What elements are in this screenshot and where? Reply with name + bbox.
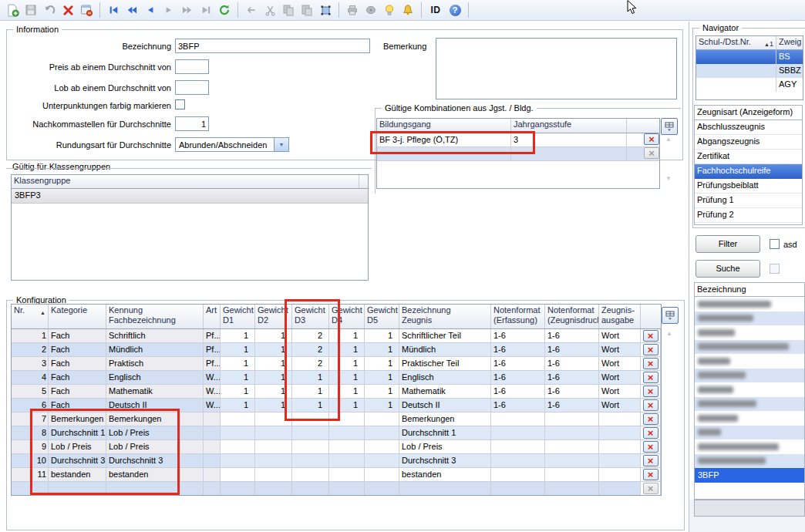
zeugnisart-item[interactable]: KMK FS-Zertifikat 1: [695, 223, 802, 225]
gewicht-d4-cell[interactable]: 1: [329, 329, 365, 343]
gewicht-d5-cell[interactable]: 1: [365, 385, 399, 399]
delete-row-button-disabled[interactable]: [643, 483, 658, 494]
nr-cell[interactable]: 6: [12, 399, 49, 412]
paste-icon[interactable]: [298, 2, 316, 19]
gewicht-d2-cell[interactable]: [255, 426, 292, 440]
bezeichnung-zeugnis-cell[interactable]: bestanden: [399, 468, 491, 482]
notenformat-erfassung-cell[interactable]: 1-6: [491, 329, 545, 343]
back-arrow-icon[interactable]: [242, 2, 261, 19]
gewicht-d5-cell[interactable]: 1: [365, 329, 399, 343]
kennung-cell[interactable]: Lob / Preis: [106, 440, 204, 454]
bezeichnung-item-redacted[interactable]: [695, 397, 804, 412]
kennung-cell[interactable]: bestanden: [106, 468, 204, 482]
print-icon[interactable]: [343, 2, 362, 19]
lob-input[interactable]: [175, 80, 209, 95]
column-header-kategorie[interactable]: Kategorie: [49, 305, 106, 328]
art-cell[interactable]: Pf...: [204, 343, 221, 357]
rundungsart-combobox[interactable]: Abrunden/Abschneiden ▼: [175, 137, 289, 152]
konfiguration-row[interactable]: 3 Fach Praktisch Pf... 1 1 2 1 1 Praktis…: [12, 357, 661, 371]
bezeichnung-zeugnis-cell[interactable]: Mündlich: [399, 343, 491, 357]
art-cell[interactable]: W...: [204, 371, 221, 385]
bezeichnung-zeugnis-cell[interactable]: Durchschnitt 3: [399, 454, 491, 468]
zeugnisausgabe-cell[interactable]: Wort: [599, 399, 641, 412]
column-header-kennung[interactable]: KennungFachbezeichnung: [106, 305, 204, 328]
kennung-cell[interactable]: Lob / Preis: [106, 426, 204, 440]
jahrgangsstufe-cell[interactable]: 3: [511, 133, 627, 147]
delete-row-button[interactable]: [643, 399, 658, 411]
column-header-jahrgangsstufe[interactable]: Jahrgangsstufe: [511, 119, 627, 133]
kategorie-cell[interactable]: Fach: [49, 385, 106, 399]
notenformat-zeugnisdruck-cell[interactable]: 1-6: [545, 371, 599, 385]
form-remove-icon[interactable]: [77, 2, 96, 19]
gewicht-d3-cell[interactable]: [292, 426, 329, 440]
bezeichnung-list-header[interactable]: Bezeichnung: [695, 283, 804, 297]
delete-row-button[interactable]: [643, 344, 658, 355]
kennung-cell[interactable]: Deutsch II: [106, 399, 204, 412]
gewicht-d2-cell[interactable]: [255, 412, 292, 426]
nr-cell[interactable]: 8: [12, 426, 49, 440]
preis-input[interactable]: [175, 59, 209, 74]
notification-bell-icon[interactable]: [399, 2, 417, 19]
gewicht-d3-cell[interactable]: 2: [292, 343, 329, 357]
scroll-up-icon[interactable]: ▲: [662, 136, 675, 143]
gewicht-d4-cell[interactable]: 1: [329, 343, 365, 357]
kategorie-cell[interactable]: Lob / Preis: [49, 440, 106, 454]
gewicht-d2-cell[interactable]: [255, 454, 292, 468]
hint-bulb-icon[interactable]: [380, 2, 399, 19]
kategorie-cell[interactable]: Durchschnitt 3: [49, 454, 106, 468]
konfiguration-row[interactable]: 9 Lob / Preis Lob / Preis Lob / Preis: [12, 440, 661, 454]
bezeichnung-item-redacted[interactable]: [695, 411, 804, 426]
art-cell[interactable]: [204, 440, 221, 454]
column-header-schulnr[interactable]: Schul-/Dst.Nr.▲1: [696, 36, 776, 49]
column-header-zeugnisausgabe[interactable]: Zeugnis-ausgabe: [599, 305, 641, 328]
bezeichnung-item-selected[interactable]: 3BFP: [695, 468, 804, 483]
next-record-icon[interactable]: [160, 2, 178, 19]
konfiguration-row[interactable]: 8 Durchschnitt 1 Lob / Preis Durchschnit…: [12, 426, 661, 440]
kennung-cell[interactable]: Bemerkungen: [106, 412, 204, 426]
notenformat-erfassung-cell[interactable]: [491, 426, 545, 440]
delete-row-button[interactable]: [643, 358, 658, 369]
delete-kombination-button-disabled[interactable]: [644, 147, 659, 159]
delete-row-button[interactable]: [643, 330, 658, 342]
gewicht-d4-cell[interactable]: [329, 440, 365, 454]
gewicht-d1-cell[interactable]: [221, 426, 255, 440]
zeugnisart-item[interactable]: Fachhochschulreife: [695, 164, 802, 179]
gewicht-d5-cell[interactable]: [365, 440, 399, 454]
previous-record-icon[interactable]: [141, 2, 160, 19]
next-page-icon[interactable]: [178, 2, 197, 19]
notenformat-zeugnisdruck-cell[interactable]: 1-6: [545, 329, 599, 343]
nr-cell[interactable]: 2: [12, 343, 49, 357]
column-chooser-button[interactable]: [662, 307, 679, 324]
zeugnisausgabe-cell[interactable]: [599, 412, 641, 426]
gewicht-d4-cell[interactable]: 1: [329, 385, 365, 399]
column-header-gewicht-d5[interactable]: GewichtD5: [365, 305, 399, 328]
bezeichnung-item-redacted[interactable]: [695, 354, 804, 369]
zeugnisausgabe-cell[interactable]: Wort: [599, 343, 641, 357]
gewicht-d2-cell[interactable]: [255, 440, 292, 454]
bezeichnung-input[interactable]: [175, 39, 370, 53]
notenformat-zeugnisdruck-cell[interactable]: [545, 454, 599, 468]
zeugnisausgabe-cell[interactable]: [599, 454, 641, 468]
gewicht-d4-cell[interactable]: [329, 412, 365, 426]
column-header-notenformat-zeugnisdruck[interactable]: Notenformat(Zeugnisdruck): [545, 305, 599, 328]
bildungsgang-cell[interactable]: BF 3-j. Pflege (Ö,TZ): [377, 133, 511, 147]
column-header-art[interactable]: Art: [204, 305, 221, 328]
gewicht-d3-cell[interactable]: 1: [292, 371, 329, 385]
kennung-cell[interactable]: Mathematik: [106, 385, 204, 399]
notenformat-erfassung-cell[interactable]: 1-6: [491, 371, 545, 385]
column-header-bildungsgang[interactable]: Bildungsgang: [377, 119, 511, 133]
kennung-cell[interactable]: Mündlich: [106, 343, 204, 357]
kategorie-cell[interactable]: Fach: [49, 329, 106, 343]
zeugnisausgabe-cell[interactable]: Wort: [599, 371, 641, 385]
konfiguration-row[interactable]: 5 Fach Mathematik W... 1 1 1 1 1 Mathema…: [12, 385, 661, 399]
copy-icon[interactable]: [279, 2, 298, 19]
gewicht-d3-cell[interactable]: [292, 440, 329, 454]
bezeichnung-zeugnis-cell[interactable]: Durchschnitt 1: [399, 426, 491, 440]
suche-button[interactable]: Suche: [696, 260, 760, 278]
notenformat-zeugnisdruck-cell[interactable]: [545, 412, 599, 426]
bezeichnung-zeugnis-cell[interactable]: Mathematik: [399, 385, 491, 399]
bezeichnung-item-redacted[interactable]: [695, 439, 804, 454]
kategorie-cell[interactable]: bestanden: [49, 468, 106, 482]
zeugnisausgabe-cell[interactable]: [599, 426, 641, 440]
gewicht-d2-cell[interactable]: 1: [255, 343, 292, 357]
